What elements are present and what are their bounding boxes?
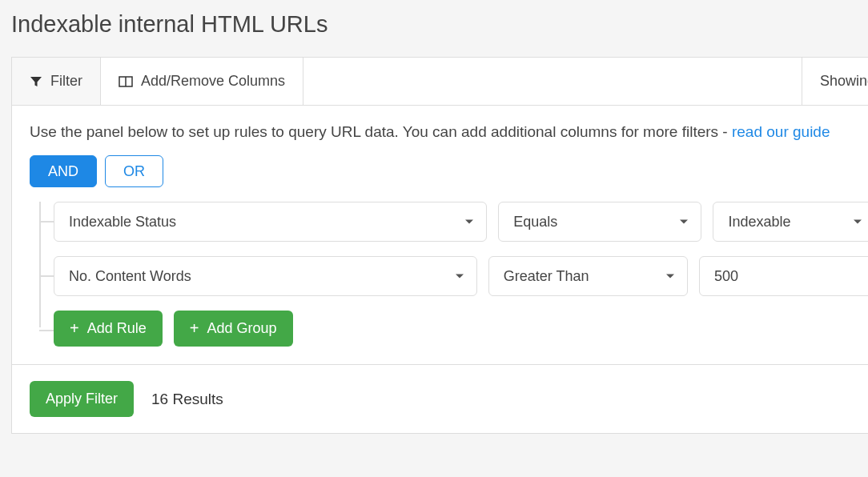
tab-filter[interactable]: Filter (12, 58, 101, 105)
rule-operator-value: Equals (513, 214, 557, 230)
filter-panel: Filter Add/Remove Columns Showing Use th… (11, 57, 868, 434)
rules-container: Indexable Status Equals Indexable No. Co (30, 202, 868, 347)
add-rule-button[interactable]: + Add Rule (54, 311, 163, 347)
funnel-icon (30, 75, 42, 88)
or-button[interactable]: OR (105, 155, 163, 187)
caret-down-icon (465, 220, 473, 224)
rule-field-select[interactable]: Indexable Status (54, 202, 487, 242)
panel-footer: Apply Filter 16 Results (12, 364, 868, 433)
rule-field-value: No. Content Words (69, 268, 191, 285)
rule-operator-select[interactable]: Equals (498, 202, 701, 242)
showing-label: Showing (802, 58, 868, 105)
caret-down-icon (666, 275, 674, 279)
results-count: 16 Results (151, 391, 223, 408)
read-guide-link[interactable]: read our guide (732, 123, 830, 140)
tab-row: Filter Add/Remove Columns Showing (12, 58, 868, 106)
rule-value-input[interactable] (699, 256, 868, 296)
rule-operator-select[interactable]: Greater Than (488, 256, 688, 296)
rule-field-select[interactable]: No. Content Words (54, 256, 477, 296)
add-group-button[interactable]: + Add Group (174, 311, 293, 347)
add-group-label: Add Group (207, 320, 276, 337)
tab-columns[interactable]: Add/Remove Columns (101, 58, 303, 105)
rule-operator-value: Greater Than (504, 268, 589, 285)
rule-value: Indexable (728, 214, 790, 230)
plus-icon: + (190, 324, 199, 332)
rule-actions: + Add Rule + Add Group (54, 311, 868, 347)
add-rule-label: Add Rule (87, 320, 147, 337)
intro-text-main: Use the panel below to set up rules to q… (30, 123, 732, 140)
apply-filter-button[interactable]: Apply Filter (30, 381, 134, 417)
rule-row: Indexable Status Equals Indexable (54, 202, 868, 242)
and-button[interactable]: AND (30, 155, 97, 187)
rule-value-select[interactable]: Indexable (713, 202, 868, 242)
intro-text: Use the panel below to set up rules to q… (30, 123, 868, 141)
rule-field-value: Indexable Status (69, 214, 176, 230)
tab-columns-label: Add/Remove Columns (141, 73, 285, 90)
caret-down-icon (680, 220, 688, 224)
columns-icon (119, 76, 133, 87)
rule-row: No. Content Words Greater Than (54, 256, 868, 296)
logic-toggle: AND OR (30, 155, 868, 187)
tab-filter-label: Filter (50, 73, 82, 90)
page-title: Indexable internal HTML URLs (11, 11, 868, 38)
caret-down-icon (854, 220, 862, 224)
plus-icon: + (70, 324, 79, 332)
caret-down-icon (456, 275, 464, 279)
